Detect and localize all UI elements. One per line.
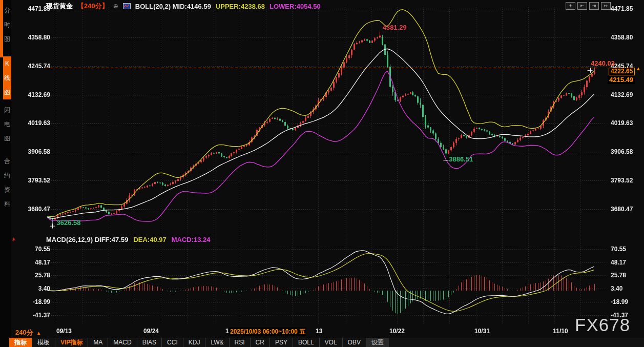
sidebar-tab-2[interactable]: K 线 图	[3, 56, 11, 99]
x-axis-label: 1	[225, 328, 229, 335]
sidebar-tab-1[interactable]: 分 时 图	[3, 3, 11, 46]
left-sidebar: 分 时 图K 线 图闪 电 图合 约 资 料	[0, 0, 11, 347]
x-axis-label: 09/24	[143, 328, 159, 335]
move-tool-icon[interactable]: +	[566, 2, 575, 10]
trading-chart-window: 分 时 图K 线 图闪 电 图合 约 资 料 现货黄金 【240分】 ⊕ BOL…	[0, 0, 644, 347]
y-axis-label-left: 3793.52	[15, 176, 50, 185]
macd-axis-label-left: 3.40	[15, 284, 50, 293]
y-axis-label-right: 3906.58	[611, 148, 633, 156]
macd-axis-label-right: 25.78	[611, 271, 626, 279]
x-axis-label: 10/22	[389, 328, 405, 335]
boll-upper-label: UPPER:4238.68	[216, 3, 265, 10]
chart-tool-buttons: +⇤⇥↦	[566, 2, 611, 10]
symbol-name: 现货黄金	[46, 2, 73, 11]
sidebar-tab-4[interactable]: 合 约 资 料	[3, 154, 11, 211]
macd-axis-label-right: 70.55	[611, 245, 626, 253]
toolbar-item-指标[interactable]: 指标	[9, 338, 32, 347]
expand-x-axis-icon[interactable]: ⇥	[589, 2, 599, 10]
macd-axis-label-left: -41.37	[15, 311, 50, 319]
x-axis-label: 13	[316, 328, 322, 335]
annotation-start-low: 3626.58	[56, 219, 80, 227]
toolbar-item-CR[interactable]: CR	[250, 338, 269, 347]
y-axis-label-left: 4132.69	[15, 91, 50, 99]
y-axis-label-left: 4245.74	[15, 62, 50, 70]
price-up-arrow-icon: ▲	[636, 66, 641, 71]
toolbar-item-LW&[interactable]: LW&	[205, 338, 228, 347]
toolbar-item-RSI[interactable]: RSI	[229, 338, 250, 347]
toolbar-item-设置[interactable]: 设置	[366, 338, 389, 347]
x-axis-label: 11/10	[553, 328, 568, 335]
macd-dea-label: DEA:40.97	[133, 236, 166, 243]
y-axis-label-left: 4471.85	[15, 5, 50, 13]
macd-axis-label-right: 3.40	[611, 284, 622, 293]
macd-axis-label-left: -18.99	[15, 298, 50, 306]
y-axis-label-right: 4471.85	[611, 5, 633, 13]
dropdown-caret-icon: ▲	[36, 330, 41, 336]
y-axis-label-right: 3793.52	[611, 176, 633, 185]
pan-right-icon[interactable]: ↦	[601, 2, 611, 10]
annotation-ref-price: 4240.03	[580, 59, 615, 67]
toolbar-item-OBV[interactable]: OBV	[342, 338, 366, 347]
bar-tooltip: 2025/10/03 06:00~10:00 五	[229, 328, 306, 336]
toolbar-item-BIAS[interactable]: BIAS	[137, 338, 161, 347]
annotation-period-high: 4381.29	[383, 24, 407, 31]
toolbar-item-BOLL[interactable]: BOLL	[293, 338, 319, 347]
macd-axis-label-left: 25.78	[15, 271, 50, 279]
price-chart-canvas[interactable]	[0, 0, 644, 347]
y-axis-label-right: 4019.63	[611, 119, 633, 127]
toolbar-item-MACD[interactable]: MACD	[108, 338, 136, 347]
toolbar-item-模板[interactable]: 模板	[32, 338, 55, 347]
y-axis-label-left: 4358.80	[15, 33, 50, 42]
y-axis-label-right: 4132.69	[611, 91, 633, 99]
toolbar-item-PSY[interactable]: PSY	[269, 338, 293, 347]
y-axis-label-right: 3680.47	[611, 205, 633, 213]
add-indicator-icon[interactable]: ⊕	[113, 3, 118, 10]
y-axis-label-left: 3680.47	[15, 205, 50, 213]
boll-lower-label: LOWER:4054.50	[269, 3, 321, 10]
period-selector[interactable]: 240分▲	[15, 328, 41, 337]
toolbar-item-KDJ[interactable]: KDJ	[183, 338, 205, 347]
chart-header: 现货黄金 【240分】 ⊕ BOLL(20,2) MID:4146.59 UPP…	[46, 2, 321, 11]
macd-indicator-label: MACD(26,12,9) DIFF:47.59	[46, 236, 128, 243]
sidebar-tab-3[interactable]: 闪 电 图	[3, 103, 11, 146]
y-axis-label-left: 3906.58	[15, 148, 50, 156]
y-axis-label-left: 4019.63	[15, 119, 50, 127]
indicator-toolbar: 指标模板VIP指标MAMACDBIASCCIKDJLW&RSICRPSYBOLL…	[9, 338, 644, 347]
macd-axis-label-right: 48.17	[611, 258, 626, 267]
compress-x-axis-icon[interactable]: ⇤	[577, 2, 587, 10]
macd-axis-label-left: 48.17	[15, 258, 50, 267]
toolbar-item-MA[interactable]: MA	[88, 338, 108, 347]
macd-axis-label-left: 70.55	[15, 245, 50, 253]
alert-icon[interactable]: ☀	[11, 236, 16, 243]
boll-indicator-label: BOLL(20,2) MID:4146.59	[135, 3, 211, 10]
macd-axis-label-right: -18.99	[611, 298, 628, 306]
macd-axis-label-right: -41.37	[611, 311, 628, 319]
toolbar-item-VOL[interactable]: VOL	[319, 338, 342, 347]
prev-price-tag: 4215.49	[608, 76, 635, 84]
x-axis-label: 10/31	[474, 328, 490, 335]
mini-chart-icon[interactable]	[123, 3, 131, 9]
y-axis-label-right: 4358.80	[611, 33, 633, 42]
last-price-tag: 4222.65	[609, 68, 635, 75]
macd-value-label: MACD:13.24	[172, 236, 211, 243]
annotation-period-low: 3886.51	[449, 155, 473, 163]
toolbar-item-VIP指标[interactable]: VIP指标	[55, 338, 88, 347]
macd-header: MACD(26,12,9) DIFF:47.59 DEA:40.97 MACD:…	[46, 236, 211, 243]
period-label: 【240分】	[77, 2, 109, 11]
toolbar-item-CCI[interactable]: CCI	[161, 338, 183, 347]
x-axis-label: 09/13	[56, 328, 72, 335]
